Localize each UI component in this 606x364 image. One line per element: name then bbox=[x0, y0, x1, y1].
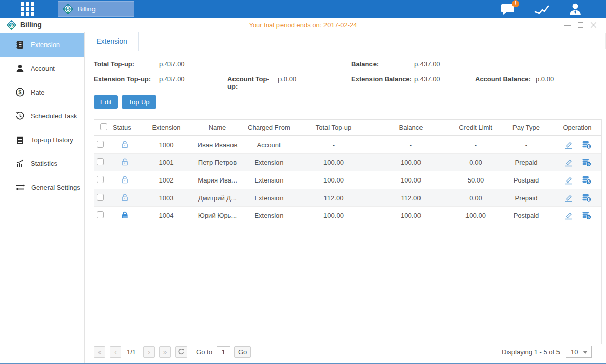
sidebar-item-statistics[interactable]: Statistics bbox=[0, 152, 84, 175]
go-button[interactable]: Go bbox=[234, 346, 251, 358]
sidebar-item-extension[interactable]: Extension bbox=[0, 33, 84, 57]
edit-row-icon[interactable] bbox=[564, 140, 573, 149]
sidebar-item-topup-history[interactable]: Top-up History bbox=[0, 128, 84, 152]
table-row[interactable]: 1004 Юрий Юрь... Extension 100.00 100.00… bbox=[94, 207, 601, 224]
close-button[interactable] bbox=[590, 22, 597, 28]
last-page-button[interactable]: » bbox=[159, 346, 171, 358]
edit-row-icon[interactable] bbox=[564, 211, 573, 220]
sidebar-item-label: Extension bbox=[31, 41, 60, 49]
column-charged-from[interactable]: Charged From bbox=[241, 124, 297, 131]
cell-extension: 1001 bbox=[139, 159, 194, 166]
general-settings-icon bbox=[16, 183, 25, 192]
sidebar-item-scheduled-task[interactable]: Scheduled Task bbox=[0, 104, 84, 128]
column-operation: Operation bbox=[552, 124, 602, 131]
topup-history-icon bbox=[16, 135, 24, 144]
first-page-button[interactable]: « bbox=[94, 346, 105, 358]
svg-text:$: $ bbox=[19, 89, 22, 95]
main-content: Extension Total Top-up: p.437.00 Balance… bbox=[85, 32, 606, 363]
row-checkbox[interactable] bbox=[97, 158, 104, 165]
statistics-icon bbox=[16, 159, 24, 168]
scheduled-task-icon bbox=[16, 112, 24, 120]
table-row[interactable]: 1003 Дмитрий Д... Extension 112.00 112.0… bbox=[94, 189, 601, 207]
refresh-button[interactable] bbox=[175, 346, 187, 358]
page-size-select[interactable]: 10 bbox=[566, 346, 592, 358]
topup-row-icon[interactable] bbox=[582, 158, 591, 167]
account-balance-value: p.0.00 bbox=[536, 75, 554, 84]
cell-total-topup: 100.00 bbox=[297, 159, 370, 166]
pagination-bar: « ‹ 1/1 › » Go to Go Displaying 1 - 5 of… bbox=[94, 344, 602, 359]
window-title-bar: Your trial period ends on: 2017-02-24 Bi… bbox=[0, 18, 606, 32]
balance-value: p.437.00 bbox=[414, 60, 475, 69]
top-up-button[interactable]: Top Up bbox=[122, 95, 156, 109]
table-row[interactable]: 1000 Иван Иванов Account - - - - bbox=[94, 136, 601, 154]
total-topup-value: p.437.00 bbox=[159, 60, 227, 69]
goto-label: Go to bbox=[196, 348, 212, 356]
column-total-topup[interactable]: Total Top-up bbox=[297, 124, 370, 131]
cell-total-topup: 112.00 bbox=[297, 194, 370, 202]
extension-topup-label: Extension Top-up: bbox=[94, 75, 159, 84]
taskbar-tab-billing[interactable]: Billing bbox=[58, 1, 134, 17]
account-topup-label: Account Top-up: bbox=[227, 75, 278, 84]
cell-total-topup: 100.00 bbox=[297, 176, 370, 184]
reports-chart-icon[interactable] bbox=[534, 3, 549, 15]
messages-icon[interactable]: ! bbox=[501, 3, 515, 15]
select-all-checkbox[interactable] bbox=[100, 123, 107, 130]
cell-total-topup: 100.00 bbox=[297, 212, 370, 219]
column-name[interactable]: Name bbox=[194, 124, 241, 131]
cell-balance: 100.00 bbox=[370, 212, 451, 219]
sidebar: Extension Account $ Rate bbox=[0, 32, 85, 363]
apps-grid-icon[interactable] bbox=[19, 2, 36, 17]
sidebar-item-label: General Settings bbox=[31, 184, 80, 191]
cell-pay-type: Postpaid bbox=[500, 176, 552, 184]
row-checkbox[interactable] bbox=[97, 141, 104, 148]
column-balance[interactable]: Balance bbox=[370, 124, 451, 131]
extension-balance-value: p.437.00 bbox=[414, 75, 475, 84]
top-bar: Billing ! bbox=[0, 0, 606, 18]
cell-charged-from: Extension bbox=[241, 176, 297, 184]
column-extension[interactable]: Extension bbox=[139, 124, 194, 131]
sidebar-item-label: Rate bbox=[31, 88, 44, 96]
cell-charged-from: Extension bbox=[241, 194, 297, 202]
extension-balance-label: Extension Balance: bbox=[351, 75, 414, 84]
edit-row-icon[interactable] bbox=[564, 158, 573, 167]
table-header: Status Extension Name Charged From Total… bbox=[94, 119, 601, 136]
topup-row-icon[interactable] bbox=[582, 141, 591, 149]
cell-credit-limit: 50.00 bbox=[451, 176, 500, 184]
edit-row-icon[interactable] bbox=[564, 193, 573, 202]
cell-credit-limit: 100.00 bbox=[451, 212, 500, 219]
sidebar-item-label: Top-up History bbox=[31, 136, 73, 144]
table-row[interactable]: 1001 Петр Петров Extension 100.00 100.00… bbox=[94, 154, 601, 171]
rate-icon: $ bbox=[16, 88, 24, 97]
topup-row-icon[interactable] bbox=[582, 194, 591, 202]
extension-icon bbox=[16, 40, 24, 49]
prev-page-button[interactable]: ‹ bbox=[110, 346, 121, 358]
next-page-button[interactable]: › bbox=[143, 346, 155, 358]
row-checkbox[interactable] bbox=[97, 211, 104, 218]
sidebar-item-label: Account bbox=[31, 65, 55, 72]
cell-name: Петр Петров bbox=[194, 159, 241, 166]
cell-pay-type: Prepaid bbox=[500, 159, 552, 166]
lock-status-icon bbox=[111, 175, 139, 185]
page-indicator: 1/1 bbox=[127, 348, 136, 356]
maximize-button[interactable] bbox=[577, 22, 584, 28]
sidebar-item-rate[interactable]: $ Rate bbox=[0, 80, 84, 104]
row-checkbox[interactable] bbox=[97, 176, 104, 183]
column-credit-limit[interactable]: Credit Limit bbox=[451, 124, 500, 131]
goto-page-input[interactable] bbox=[217, 346, 230, 357]
column-pay-type[interactable]: Pay Type bbox=[500, 124, 552, 131]
column-status[interactable]: Status bbox=[111, 124, 139, 131]
edit-row-icon[interactable] bbox=[564, 175, 573, 185]
sidebar-item-general-settings[interactable]: General Settings bbox=[0, 175, 84, 199]
tab-extension[interactable]: Extension bbox=[85, 32, 139, 51]
taskbar-tab-label: Billing bbox=[78, 5, 96, 13]
summary-section: Total Top-up: p.437.00 Balance: p.437.00… bbox=[85, 51, 606, 90]
topup-row-icon[interactable] bbox=[582, 211, 591, 220]
sidebar-item-account[interactable]: Account bbox=[0, 57, 84, 80]
extension-topup-value: p.437.00 bbox=[159, 75, 227, 84]
edit-button[interactable]: Edit bbox=[94, 95, 118, 109]
table-row[interactable]: 1002 Мария Ива... Extension 100.00 100.0… bbox=[94, 171, 601, 189]
row-checkbox[interactable] bbox=[97, 194, 104, 201]
user-account-icon[interactable] bbox=[569, 3, 582, 16]
topup-row-icon[interactable] bbox=[582, 176, 591, 185]
minimize-button[interactable] bbox=[564, 22, 571, 28]
